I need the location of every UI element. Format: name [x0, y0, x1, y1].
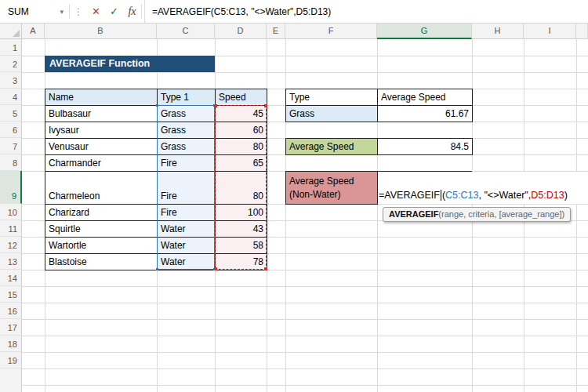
row-header-3[interactable]: 3: [0, 72, 22, 89]
cell-formula-editor[interactable]: =AVERAGEIF ( C5:C13 , "<>Water", D5:D13 …: [379, 187, 568, 202]
insert-function-icon[interactable]: fx: [123, 0, 141, 23]
range-handle[interactable]: [264, 104, 267, 107]
row-header-10[interactable]: 10: [0, 204, 22, 220]
select-all-button[interactable]: [0, 24, 22, 39]
row-header-9[interactable]: 9: [0, 171, 22, 204]
drag-handle-icon[interactable]: ⋮: [70, 0, 87, 23]
column-header-a[interactable]: A: [22, 24, 45, 39]
row-header-1[interactable]: 1: [0, 39, 22, 56]
cell-name[interactable]: Bulbasaur: [45, 106, 158, 122]
cell-name[interactable]: Charmeleon: [45, 172, 158, 205]
row-header-7[interactable]: 7: [0, 138, 22, 154]
formula-function: =AVERAGEIF: [379, 190, 440, 201]
text-cursor: [441, 190, 441, 201]
column-header-g[interactable]: G: [377, 24, 472, 39]
cell-avg-speed-value[interactable]: 84.5: [378, 139, 473, 155]
grass-summary-table: Type Average Speed Grass 61.67: [285, 89, 473, 122]
cell-avg-speed-label[interactable]: Average Speed: [286, 139, 378, 155]
row-header-2[interactable]: 2: [0, 56, 22, 72]
title-cell[interactable]: AVERAGEIF Function: [45, 56, 215, 72]
cell-name[interactable]: Blastoise: [45, 254, 158, 270]
average-speed-table: Average Speed 84.5: [285, 138, 473, 155]
row-header-19[interactable]: 19: [0, 352, 22, 368]
table-header-speed[interactable]: Speed: [216, 89, 267, 106]
column-header-f[interactable]: F: [285, 24, 377, 39]
divider: [141, 4, 142, 19]
column-header-h[interactable]: H: [472, 24, 524, 39]
cell-grass-average[interactable]: 61.67: [378, 106, 473, 122]
tooltip-arguments: (range, criteria, [average_range]): [438, 209, 564, 219]
row-header-18[interactable]: 18: [0, 336, 22, 352]
table-header-type[interactable]: Type 1: [158, 89, 216, 106]
chevron-down-icon[interactable]: ▾: [60, 8, 64, 16]
gridline: [22, 319, 588, 320]
column-header-b[interactable]: B: [45, 24, 157, 39]
function-tooltip: AVERAGEIF(range, criteria, [average_rang…: [383, 207, 571, 222]
range-handle[interactable]: [156, 104, 158, 107]
row-header-8[interactable]: 8: [0, 154, 22, 171]
name-box-value: SUM: [8, 6, 29, 17]
formula-range1: C5:C13: [445, 190, 478, 201]
nonwater-line1: Average Speed: [289, 175, 374, 188]
row-header-5[interactable]: 5: [0, 105, 22, 122]
row-header-16[interactable]: 16: [0, 303, 22, 319]
cell-nonwater-label[interactable]: Average Speed (Non-Water): [285, 171, 378, 205]
formula-range2: D5:D13: [531, 190, 564, 201]
row-header-17[interactable]: 17: [0, 319, 22, 336]
row-header-6[interactable]: 6: [0, 122, 22, 138]
gridline: [22, 385, 588, 386]
cell-name[interactable]: Ivysaur: [45, 122, 158, 139]
nonwater-line2: (Non-Water): [289, 188, 374, 201]
column-header-partial[interactable]: [576, 24, 588, 39]
enter-icon[interactable]: ✓: [105, 0, 123, 23]
table-header-name[interactable]: Name: [45, 89, 158, 106]
cell-name[interactable]: Wartortle: [45, 238, 158, 254]
range-handle[interactable]: [156, 268, 158, 270]
row-header-12[interactable]: 12: [0, 237, 22, 253]
range-handle[interactable]: [214, 104, 217, 107]
name-box[interactable]: SUM ▾: [0, 0, 69, 23]
row-header-14[interactable]: 14: [0, 270, 22, 286]
gridline: [22, 303, 588, 303]
range-highlight-criteria-range[interactable]: [157, 105, 215, 270]
gridline: [576, 39, 577, 392]
gridline: [22, 368, 588, 369]
cell-name[interactable]: Squirtle: [45, 221, 158, 238]
formula-bar: SUM ▾ ⋮ ✕ ✓ fx =AVERAGEIF(C5:C13, "<>Wat…: [0, 0, 588, 24]
summary-header-type[interactable]: Type: [286, 89, 378, 106]
cell-name[interactable]: Venusaur: [45, 139, 158, 155]
row-header-11[interactable]: 11: [0, 220, 22, 237]
formula-input[interactable]: =AVERAGEIF(C5:C13, "<>Water",D5:D13): [144, 0, 588, 23]
row-header-partial[interactable]: [0, 368, 22, 392]
cell-name[interactable]: Charmander: [45, 155, 158, 172]
column-header-c[interactable]: C: [157, 24, 215, 39]
column-header-e[interactable]: E: [267, 24, 285, 39]
column-header-d[interactable]: D: [215, 24, 267, 39]
excel-window: SUM ▾ ⋮ ✕ ✓ fx =AVERAGEIF(C5:C13, "<>Wat…: [0, 0, 588, 392]
cell-grass-type[interactable]: Grass: [286, 106, 378, 122]
tooltip-function-name[interactable]: AVERAGEIF: [389, 209, 438, 219]
column-header-i[interactable]: I: [524, 24, 576, 39]
summary-header-avg-speed[interactable]: Average Speed: [378, 89, 473, 106]
range-highlight-average-range[interactable]: [215, 105, 267, 270]
cell-name[interactable]: Charizard: [45, 205, 158, 221]
gridline: [22, 352, 588, 353]
formula-close-paren: ): [564, 190, 568, 201]
formula-criteria: , "<>Water",: [478, 190, 531, 201]
row-header-4[interactable]: 4: [0, 89, 22, 105]
range-handle[interactable]: [214, 267, 217, 270]
row-header-15[interactable]: 15: [0, 286, 22, 303]
cancel-icon[interactable]: ✕: [87, 0, 105, 23]
range-handle[interactable]: [264, 267, 267, 270]
gridline: [22, 286, 588, 287]
gridline: [22, 336, 588, 336]
row-header-13[interactable]: 13: [0, 253, 22, 270]
gridline: [22, 72, 588, 73]
